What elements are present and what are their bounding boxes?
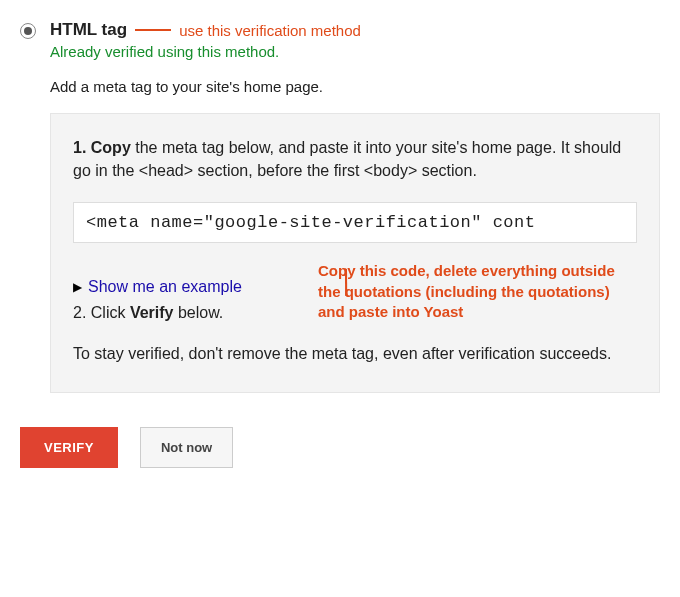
- step-2-bold: Verify: [130, 304, 174, 321]
- step-1-text: 1. Copy the meta tag below, and paste it…: [73, 136, 637, 182]
- not-now-button[interactable]: Not now: [140, 427, 233, 468]
- annotation-connector-line: [135, 29, 171, 31]
- verified-status-text: Already verified using this method.: [50, 43, 660, 60]
- show-example-link[interactable]: ▶ Show me an example: [73, 278, 242, 296]
- step-2-suffix: below.: [174, 304, 224, 321]
- step-2-prefix: 2. Click: [73, 304, 130, 321]
- verification-method-radio[interactable]: [20, 23, 36, 39]
- disclosure-triangle-icon: ▶: [73, 280, 82, 294]
- step-1-label: 1. Copy: [73, 139, 131, 156]
- option-title: HTML tag: [50, 20, 127, 40]
- step-1-body: the meta tag below, and paste it into yo…: [73, 139, 621, 179]
- step-2-text: 2. Click Verify below.: [73, 304, 637, 322]
- meta-tag-code[interactable]: <meta name="google-site-verification" co…: [73, 202, 637, 243]
- verify-button[interactable]: VERIFY: [20, 427, 118, 468]
- option-description: Add a meta tag to your site's home page.: [50, 78, 660, 95]
- instructions-panel: 1. Copy the meta tag below, and paste it…: [50, 113, 660, 393]
- radio-selected-dot: [24, 27, 32, 35]
- stay-verified-note: To stay verified, don't remove the meta …: [73, 342, 637, 365]
- annotation-use-method: use this verification method: [179, 22, 361, 39]
- show-example-label: Show me an example: [88, 278, 242, 296]
